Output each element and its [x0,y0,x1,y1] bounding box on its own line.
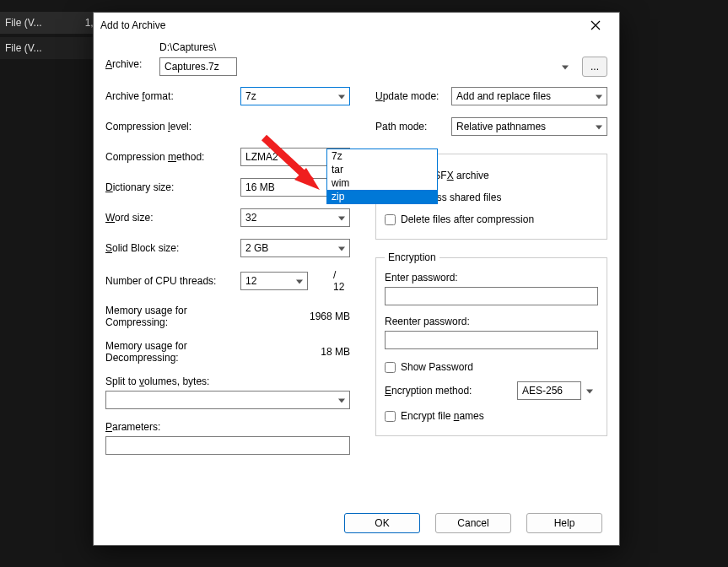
dictionary-size-label: Dictionary size: [105,181,240,193]
show-password-checkbox[interactable] [385,362,396,373]
solid-block-label: Solid Block size: [105,242,240,254]
cancel-button[interactable]: Cancel [435,513,511,533]
encryption-method-label: Encryption method: [385,385,472,397]
format-option-7z[interactable]: 7z [327,149,437,163]
show-password-label[interactable]: Show Password [401,361,473,373]
update-mode-label: Update mode: [375,90,451,102]
split-volumes-label: Split to volumes, bytes: [105,375,350,387]
close-button[interactable] [577,14,614,37]
update-mode-select[interactable]: Add and replace files [451,87,607,105]
encrypt-filenames-label[interactable]: Encrypt file names [401,410,484,422]
help-button[interactable]: Help [526,513,602,533]
mem-decompress-value: 18 MB [228,346,350,358]
archive-format-select[interactable]: 7z [240,87,350,105]
archive-file-select[interactable]: Captures.7z [159,57,237,76]
encrypt-filenames-checkbox[interactable] [385,411,396,422]
format-label: Archive format: [105,90,240,102]
bg-file-name: File (V... [5,17,76,29]
format-option-wim[interactable]: wim [327,176,437,190]
delete-after-label[interactable]: Delete files after compression [401,213,534,225]
titlebar: Add to Archive [94,13,619,38]
solid-block-select[interactable]: 2 GB [240,239,350,257]
split-volumes-select[interactable] [105,391,350,409]
enter-password-label: Enter password: [385,272,598,284]
word-size-label: Word size: [105,212,240,224]
format-option-zip[interactable]: zip [327,190,437,203]
close-icon [590,20,601,30]
cpu-threads-label: Number of CPU threads: [105,275,240,287]
mem-decompress-label: Memory usage for Decompressing: [105,340,228,364]
dialog-title: Add to Archive [100,19,577,31]
add-to-archive-dialog: Add to Archive Archive: D:\Captures\ Cap… [93,12,620,546]
ok-button[interactable]: OK [344,513,420,533]
archive-label: Archive: [105,41,148,70]
encryption-legend: Encryption [385,251,439,263]
encryption-group: Encryption Enter password: Reenter passw… [375,251,607,436]
browse-button[interactable]: ... [582,57,607,77]
format-dropdown-popup[interactable]: 7z tar wim zip [326,148,438,204]
bg-file-name: File (V... [5,42,76,54]
path-mode-select[interactable]: Relative pathnames [451,117,607,136]
compression-level-label: Compression level: [105,121,240,132]
archive-path: D:\Captures\ [159,41,607,53]
cpu-threads-select[interactable]: 12 [240,272,308,290]
cpu-threads-max: / 12 [313,269,350,293]
mem-compress-value: 1968 MB [228,310,350,322]
reenter-password-input[interactable] [385,331,598,349]
mem-compress-label: Memory usage for Compressing: [105,305,228,328]
reenter-password-label: Reenter password: [385,316,598,327]
delete-after-checkbox[interactable] [385,214,396,225]
path-mode-label: Path mode: [375,121,451,132]
compression-method-label: Compression method: [105,151,240,163]
word-size-select[interactable]: 32 [240,208,350,227]
enter-password-input[interactable] [385,287,598,305]
parameters-input[interactable] [105,436,350,455]
parameters-label: Parameters: [105,421,350,433]
format-option-tar[interactable]: tar [327,163,437,176]
encryption-method-select[interactable]: AES-256 [517,381,581,400]
